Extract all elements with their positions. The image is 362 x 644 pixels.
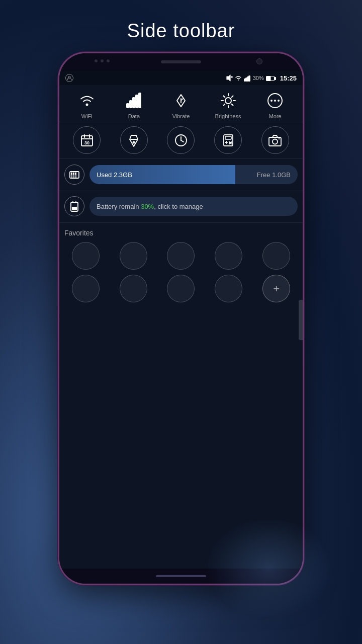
wifi-label: WiFi [81, 113, 93, 119]
memory-used-bar: Used 2.3GB [89, 165, 235, 184]
svg-point-31 [274, 100, 276, 102]
fav-item-2[interactable] [120, 242, 147, 270]
svg-rect-59 [73, 173, 74, 175]
battery-icon [266, 74, 276, 81]
wifi-button[interactable]: WiFi [68, 90, 106, 119]
signal-icon [244, 74, 251, 82]
fav-item-8[interactable] [167, 275, 195, 302]
battery-status-text: Battery remain 30%, click to manage [97, 203, 203, 210]
memory-used-label: Used 2.3GB [97, 171, 132, 179]
svg-rect-16 [139, 93, 141, 108]
flashlight-button[interactable] [120, 126, 148, 154]
more-label: More [269, 113, 282, 119]
svg-point-11 [85, 104, 88, 106]
svg-marker-38 [130, 135, 138, 146]
battery-row[interactable]: Battery remain 30%, click to manage [59, 191, 303, 223]
status-right: 30% 15:25 [226, 74, 297, 82]
battery-percentage: 30% [253, 75, 264, 81]
vibrate-label: Vibrate [172, 113, 190, 119]
phone-bottom-bar [59, 569, 303, 584]
svg-rect-60 [75, 173, 76, 175]
svg-point-52 [273, 139, 278, 144]
svg-rect-9 [266, 76, 270, 80]
memory-free-label: Free 1.0GB [257, 171, 291, 179]
svg-point-32 [278, 100, 280, 102]
svg-rect-12 [127, 104, 129, 108]
svg-text:30: 30 [84, 140, 89, 145]
svg-marker-1 [227, 75, 230, 81]
svg-point-30 [270, 100, 273, 102]
more-button[interactable]: More [256, 90, 294, 119]
quick-controls-row: WiFi Data [59, 85, 303, 122]
svg-rect-54 [70, 172, 79, 178]
memory-bar: Used 2.3GB Free 1.0GB [89, 165, 298, 184]
page-title: Side toolbar [127, 20, 235, 42]
fav-item-3[interactable] [167, 242, 195, 270]
svg-rect-13 [130, 101, 132, 108]
status-left [65, 74, 73, 82]
clock-button[interactable] [167, 126, 195, 154]
battery-status-bar: Battery remain 30%, click to manage [89, 197, 298, 216]
favorites-row-2: + [64, 275, 298, 302]
fav-item-7[interactable] [120, 275, 147, 302]
memory-row[interactable]: Used 2.3GB Free 1.0GB [59, 158, 303, 191]
svg-rect-64 [72, 207, 77, 210]
add-favorite-button[interactable]: + [262, 275, 290, 302]
svg-rect-14 [133, 98, 135, 108]
svg-point-53 [279, 138, 280, 139]
icon-row-2: 30 [59, 122, 303, 158]
favorites-section: Favorites + [59, 223, 303, 311]
phone-screen: 30% 15:25 [59, 71, 303, 569]
wifi-status-icon [235, 74, 242, 82]
svg-rect-15 [136, 95, 138, 108]
brightness-label: Brightness [215, 113, 241, 119]
svg-rect-45 [225, 136, 231, 139]
svg-line-25 [223, 96, 225, 98]
svg-rect-6 [247, 77, 248, 81]
fav-item-5[interactable] [262, 242, 290, 270]
phone-top-bar [59, 53, 303, 71]
data-label: Data [128, 113, 140, 119]
favorites-title: Favorites [64, 229, 298, 237]
camera-button[interactable] [261, 126, 289, 154]
fav-item-1[interactable] [72, 242, 100, 270]
phone-sensors [95, 59, 110, 62]
user-icon [65, 74, 73, 82]
memory-icon [64, 165, 84, 185]
svg-rect-5 [246, 78, 247, 81]
status-time: 15:25 [280, 74, 297, 82]
svg-point-20 [225, 98, 231, 104]
home-indicator [156, 575, 206, 577]
svg-line-26 [231, 104, 233, 106]
svg-rect-58 [71, 173, 72, 175]
status-bar: 30% 15:25 [59, 71, 303, 85]
favorites-row-1 [64, 242, 298, 270]
fav-item-9[interactable] [215, 275, 242, 302]
battery-row-icon [64, 196, 84, 216]
data-button[interactable]: Data [115, 90, 153, 119]
calculator-button[interactable] [214, 126, 242, 154]
svg-point-40 [133, 141, 135, 143]
brightness-button[interactable]: Brightness [209, 90, 247, 119]
phone-camera [256, 58, 262, 64]
battery-pct-value: 30% [141, 203, 154, 210]
svg-rect-10 [275, 77, 276, 79]
power-button[interactable] [303, 154, 304, 194]
vibrate-button[interactable]: Vibrate [162, 90, 200, 119]
svg-line-27 [231, 96, 233, 98]
svg-line-43 [181, 140, 184, 142]
fav-item-4[interactable] [215, 242, 242, 270]
svg-rect-4 [244, 79, 245, 81]
phone-speaker [161, 60, 201, 63]
side-handle[interactable] [299, 300, 303, 340]
fav-item-6[interactable] [72, 275, 100, 302]
mute-icon [226, 74, 233, 82]
calendar-button[interactable]: 30 [73, 126, 101, 154]
svg-rect-7 [249, 76, 250, 81]
svg-line-28 [223, 104, 225, 106]
phone-frame: 30% 15:25 [58, 52, 304, 585]
